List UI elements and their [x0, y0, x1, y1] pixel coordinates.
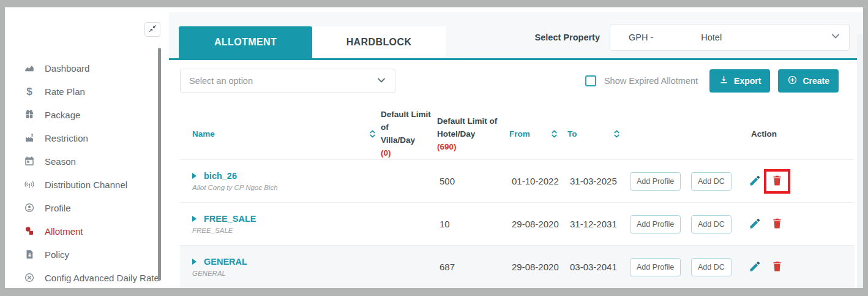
add-profile-cell: Add Profile	[630, 215, 691, 233]
expand-arrow-icon[interactable]	[192, 173, 196, 179]
sidebar-item-distribution-channel[interactable]: Distribution Channel	[5, 173, 169, 196]
column-header-villa-limit: Default Limit of Villa/Day (0)	[381, 108, 437, 159]
select-property-label: Select Property	[535, 32, 600, 42]
expand-arrow-icon[interactable]	[192, 216, 196, 222]
edit-button[interactable]	[749, 174, 761, 189]
highlight-annotation-box	[764, 169, 790, 194]
broadcast-icon	[23, 178, 36, 191]
sidebar-collapse-button[interactable]	[144, 22, 160, 37]
tab-hardblock[interactable]: HARDBLOCK	[312, 26, 446, 58]
policy-icon	[23, 248, 36, 260]
sidebar-item-season[interactable]: Season	[5, 150, 169, 173]
delete-button[interactable]	[771, 174, 784, 189]
add-profile-button[interactable]: Add Profile	[630, 258, 681, 276]
add-profile-button[interactable]: Add Profile	[630, 215, 681, 233]
from-date-cell: 29-08-2020	[509, 262, 567, 272]
from-date-cell: 01-10-2022	[509, 176, 567, 186]
add-dc-cell: Add DC	[691, 258, 749, 276]
app-window: Dashboard $ Rate Plan Package Restri	[5, 7, 863, 288]
allotment-name-link[interactable]: FREE_SALE	[204, 214, 256, 224]
sidebar-item-label: Rate Plan	[45, 86, 85, 97]
sidebar-item-label: Season	[45, 156, 76, 167]
export-button[interactable]: Export	[709, 69, 770, 93]
delete-button[interactable]	[771, 260, 784, 275]
add-dc-cell: Add DC	[691, 215, 749, 233]
content-area: Select an option Show Expired Allotment	[169, 60, 863, 288]
column-header-to[interactable]: To	[567, 129, 630, 139]
filter-placeholder: Select an option	[189, 76, 253, 86]
allotment-name-link[interactable]: GENERAL	[204, 257, 247, 267]
add-dc-button[interactable]: Add DC	[691, 215, 731, 233]
sidebar-item-label: Allotment	[45, 226, 83, 237]
sidebar: Dashboard $ Rate Plan Package Restri	[5, 7, 169, 288]
name-header-label: Name	[192, 129, 215, 139]
plus-circle-icon	[787, 75, 798, 87]
sidebar-item-rate-plan[interactable]: $ Rate Plan	[5, 80, 169, 103]
create-button[interactable]: Create	[778, 69, 839, 93]
window-frame: Dashboard $ Rate Plan Package Restri	[0, 0, 868, 296]
property-name: Hotel	[701, 32, 722, 42]
filter-select-dropdown[interactable]: Select an option	[180, 69, 395, 93]
from-header-label: From	[509, 129, 530, 139]
chevron-down-icon	[376, 75, 386, 87]
column-header-hotel-limit: Default Limit of Hotel/Day (690)	[437, 115, 509, 153]
sidebar-item-label: Profile	[45, 203, 71, 213]
sidebar-item-config-advanced-daily-rate[interactable]: Config Advanced Daily Rate	[5, 266, 169, 288]
to-header-label: To	[567, 129, 577, 139]
sort-icon[interactable]	[612, 129, 621, 139]
trash-icon	[771, 260, 784, 275]
sidebar-item-label: Policy	[45, 249, 69, 260]
sidebar-item-policy[interactable]: Policy	[5, 243, 169, 266]
trash-icon	[771, 217, 784, 232]
show-expired-label: Show Expired Allotment	[604, 76, 698, 86]
table-row: GENERAL GENERAL 687 29-08-2020 03-03-204…	[180, 245, 855, 288]
top-bar: ALLOTMENT HARDBLOCK Select Property GPH …	[169, 12, 863, 60]
sidebar-item-allotment[interactable]: Allotment	[5, 219, 169, 243]
column-header-from[interactable]: From	[509, 129, 567, 139]
tab-allotment[interactable]: ALLOTMENT	[179, 26, 312, 58]
download-icon	[719, 75, 729, 87]
calendar-icon	[23, 155, 36, 167]
export-button-label: Export	[734, 76, 761, 86]
sidebar-item-restriction[interactable]: Restriction	[5, 126, 169, 150]
sidebar-item-profile[interactable]: Profile	[5, 196, 169, 219]
property-selector: Select Property GPH - Hotel	[535, 24, 850, 51]
sidebar-item-package[interactable]: Package	[5, 103, 169, 126]
tab-bar: ALLOTMENT HARDBLOCK	[179, 12, 446, 58]
villa-header-line2: Villa/Day	[381, 134, 437, 146]
edit-button[interactable]	[749, 260, 761, 275]
delete-button[interactable]	[771, 217, 784, 232]
sort-icon[interactable]	[550, 129, 559, 139]
sidebar-scrollbar[interactable]	[158, 48, 161, 281]
hotel-limit-cell: 500	[437, 176, 509, 186]
dollar-icon: $	[23, 85, 36, 97]
add-dc-button[interactable]: Add DC	[691, 258, 731, 276]
add-dc-button[interactable]: Add DC	[691, 172, 731, 191]
toolbar-right-group: Show Expired Allotment Export Create	[585, 69, 839, 93]
add-profile-button[interactable]: Add Profile	[630, 172, 681, 191]
chevron-down-icon	[831, 31, 840, 43]
show-expired-checkbox[interactable]	[585, 75, 596, 86]
hotel-header-line2: Hotel/Day	[437, 127, 509, 140]
allotment-name-link[interactable]: bich_26	[204, 171, 237, 181]
main-panel: ALLOTMENT HARDBLOCK Select Property GPH …	[169, 7, 863, 288]
allotment-description: Allot Cong ty CP Ngoc Bich	[192, 184, 381, 191]
to-date-cell: 03-03-2041	[567, 262, 630, 272]
sidebar-item-label: Restriction	[45, 133, 88, 143]
column-header-name[interactable]: Name	[180, 129, 381, 139]
expand-arrow-icon[interactable]	[192, 259, 196, 265]
sidebar-nav: Dashboard $ Rate Plan Package Restri	[5, 56, 169, 288]
sidebar-item-dashboard[interactable]: Dashboard	[5, 56, 169, 80]
trash-wrap	[764, 255, 790, 279]
action-cell	[749, 255, 855, 279]
sort-icon[interactable]	[368, 129, 377, 139]
edit-button[interactable]	[749, 217, 761, 232]
sidebar-item-label: Distribution Channel	[45, 180, 127, 190]
main-scrollbar[interactable]	[857, 34, 863, 288]
collapse-arrows-icon	[149, 24, 157, 35]
toolbar: Select an option Show Expired Allotment	[180, 69, 855, 93]
hotel-header-sub: (690)	[437, 140, 509, 153]
pencil-icon	[749, 260, 761, 275]
pencil-icon	[749, 174, 761, 189]
property-select-dropdown[interactable]: GPH - Hotel	[610, 24, 850, 51]
